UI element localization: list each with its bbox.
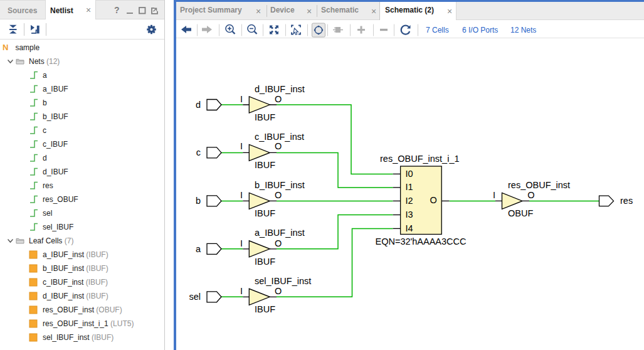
svg-text:d: d (196, 100, 201, 110)
svg-text:res_OBUF_inst_i_1: res_OBUF_inst_i_1 (380, 154, 460, 164)
svg-text:O: O (275, 94, 282, 104)
svg-text:O: O (430, 195, 437, 205)
svg-text:I: I (240, 94, 243, 104)
svg-text:IBUF: IBUF (255, 208, 275, 218)
svg-text:I: I (240, 238, 243, 248)
svg-text:I4: I4 (406, 223, 413, 233)
svg-text:I3: I3 (406, 209, 413, 220)
svg-text:IBUF: IBUF (255, 304, 275, 314)
svg-text:a: a (196, 244, 201, 254)
svg-text:c_IBUF_inst: c_IBUF_inst (255, 132, 304, 142)
svg-text:I0: I0 (406, 169, 413, 179)
svg-text:res_OBUF_inst: res_OBUF_inst (508, 180, 570, 190)
svg-text:IBUF: IBUF (255, 257, 275, 267)
svg-text:I1: I1 (406, 182, 413, 192)
svg-text:O: O (275, 190, 282, 200)
svg-text:I: I (493, 190, 495, 200)
svg-text:a_IBUF_inst: a_IBUF_inst (255, 228, 305, 238)
svg-text:O: O (275, 286, 282, 296)
svg-text:EQN=32'hAAAA3CCC: EQN=32'hAAAA3CCC (376, 236, 467, 247)
svg-text:I: I (240, 141, 243, 151)
svg-text:IBUF: IBUF (255, 112, 275, 122)
svg-text:d_IBUF_inst: d_IBUF_inst (255, 84, 305, 94)
svg-text:b: b (196, 196, 201, 206)
svg-text:c: c (196, 147, 201, 157)
svg-text:sel: sel (189, 292, 201, 302)
svg-text:OBUF: OBUF (508, 208, 533, 218)
svg-text:I: I (240, 286, 243, 296)
svg-text:O: O (527, 190, 534, 200)
svg-text:IBUF: IBUF (255, 160, 275, 170)
svg-text:?: ? (114, 5, 120, 15)
svg-text:b_IBUF_inst: b_IBUF_inst (255, 180, 305, 190)
svg-text:O: O (275, 141, 282, 151)
svg-text:sel_IBUF_inst: sel_IBUF_inst (255, 276, 311, 286)
svg-text:res: res (620, 196, 633, 206)
svg-text:I: I (240, 190, 243, 200)
svg-text:I2: I2 (406, 196, 413, 206)
svg-text:O: O (275, 238, 282, 248)
